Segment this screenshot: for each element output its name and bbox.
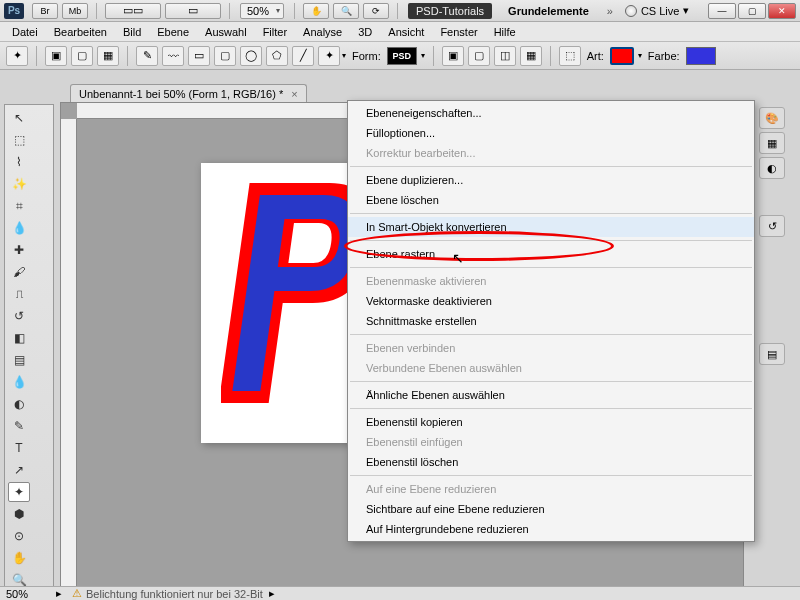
menu-ansicht[interactable]: Ansicht — [380, 23, 432, 41]
combine-subtract-icon[interactable]: ▢ — [468, 46, 490, 66]
color-swatch[interactable] — [686, 47, 716, 65]
combine-intersect-icon[interactable]: ◫ — [494, 46, 516, 66]
custom-shape-icon[interactable]: ✦ — [318, 46, 340, 66]
close-tab-icon[interactable]: × — [291, 88, 297, 100]
menu-ebeneneigenschaften[interactable]: Ebeneneigenschaften... — [348, 103, 754, 123]
cs-live-button[interactable]: CS Live▾ — [625, 4, 690, 17]
menu-auswahl[interactable]: Auswahl — [197, 23, 255, 41]
menu-auf-ebene-reduzieren: Auf eine Ebene reduzieren — [348, 479, 754, 499]
ellipse-icon[interactable]: ◯ — [240, 46, 262, 66]
minibridge-button[interactable]: Mb — [62, 3, 88, 19]
screen-mode-icon[interactable]: ▭ — [165, 3, 221, 19]
eyedropper-tool[interactable]: 💧 — [8, 218, 30, 238]
history-panel-icon[interactable]: ↺ — [759, 215, 785, 237]
hand-tool[interactable]: ✋ — [8, 548, 30, 568]
menu-filter[interactable]: Filter — [255, 23, 295, 41]
lasso-tool[interactable]: ⌇ — [8, 152, 30, 172]
dodge-tool[interactable]: ◐ — [8, 394, 30, 414]
menu-hintergrund-reduzieren[interactable]: Auf Hintergrundebene reduzieren — [348, 519, 754, 539]
ruler-vertical[interactable] — [61, 119, 77, 599]
blur-tool[interactable]: 💧 — [8, 372, 30, 392]
3d-tool[interactable]: ⬢ — [8, 504, 30, 524]
photoshop-icon[interactable]: Ps — [4, 3, 24, 19]
freeform-pen-icon[interactable]: 〰 — [162, 46, 184, 66]
view-arrange-icon[interactable]: ▭▭ — [105, 3, 161, 19]
status-chevron-icon[interactable]: ▸ — [269, 587, 275, 600]
style-icon[interactable]: ⬚ — [559, 46, 581, 66]
wand-tool[interactable]: ✨ — [8, 174, 30, 194]
statusbar: 50% ▸ Belichtung funktioniert nur bei 32… — [0, 586, 800, 600]
rotate-view-icon[interactable]: ⟳ — [363, 3, 389, 19]
menu-ebene-duplizieren[interactable]: Ebene duplizieren... — [348, 170, 754, 190]
menu-ebene-rastern[interactable]: Ebene rastern — [348, 244, 754, 264]
status-zoom[interactable]: 50% — [6, 588, 56, 600]
style-swatch[interactable] — [610, 47, 634, 65]
healing-tool[interactable]: ✚ — [8, 240, 30, 260]
hand-tool-icon[interactable]: ✋ — [303, 3, 329, 19]
menu-3d[interactable]: 3D — [350, 23, 380, 41]
marquee-tool[interactable]: ⬚ — [8, 130, 30, 150]
menu-smart-objekt-konvertieren[interactable]: In Smart-Objekt konvertieren — [348, 217, 754, 237]
polygon-icon[interactable]: ⬠ — [266, 46, 288, 66]
combine-exclude-icon[interactable]: ▦ — [520, 46, 542, 66]
minimize-button[interactable]: — — [708, 3, 736, 19]
custom-shape-tool-icon[interactable]: ✦ — [6, 46, 28, 66]
zoom-tool-icon[interactable]: 🔍 — [333, 3, 359, 19]
gradient-tool[interactable]: ▤ — [8, 350, 30, 370]
brush-tool[interactable]: 🖌 — [8, 262, 30, 282]
line-icon[interactable]: ╱ — [292, 46, 314, 66]
move-tool[interactable]: ↖ — [8, 108, 30, 128]
shape-tool[interactable]: ✦ — [8, 482, 30, 502]
chevron-right-icon[interactable]: » — [607, 5, 613, 17]
rectangle-icon[interactable]: ▭ — [188, 46, 210, 66]
adjustments-panel-icon[interactable]: ◐ — [759, 157, 785, 179]
menu-aehnliche-auswaehlen[interactable]: Ähnliche Ebenen auswählen — [348, 385, 754, 405]
form-label: Form: — [352, 50, 381, 62]
workspace-psd-tutorials[interactable]: PSD-Tutorials — [408, 3, 492, 19]
status-chevron-icon[interactable]: ▸ — [56, 587, 62, 600]
toolbox: ↖ ⬚ ⌇ ✨ ⌗ 💧 ✚ 🖌 ⎍ ↺ ◧ ▤ 💧 ◐ ✎ T ↗ ✦ ⬢ ⊙ … — [4, 104, 54, 600]
workspace-grundelemente[interactable]: Grundelemente — [500, 3, 597, 19]
layer-context-menu: Ebeneneigenschaften... Fülloptionen... K… — [347, 100, 755, 542]
menu-ebene-loeschen[interactable]: Ebene löschen — [348, 190, 754, 210]
pen-icon[interactable]: ✎ — [136, 46, 158, 66]
fill-pixels-icon[interactable]: ▦ — [97, 46, 119, 66]
menu-ebene[interactable]: Ebene — [149, 23, 197, 41]
maximize-button[interactable]: ▢ — [738, 3, 766, 19]
swatches-panel-icon[interactable]: ▦ — [759, 132, 785, 154]
menu-analyse[interactable]: Analyse — [295, 23, 350, 41]
color-panel-icon[interactable]: 🎨 — [759, 107, 785, 129]
close-button[interactable]: ✕ — [768, 3, 796, 19]
history-brush-tool[interactable]: ↺ — [8, 306, 30, 326]
farbe-label: Farbe: — [648, 50, 680, 62]
shape-preset[interactable]: PSD — [387, 47, 417, 65]
3d-camera-tool[interactable]: ⊙ — [8, 526, 30, 546]
menu-hilfe[interactable]: Hilfe — [486, 23, 524, 41]
stamp-tool[interactable]: ⎍ — [8, 284, 30, 304]
bridge-button[interactable]: Br — [32, 3, 58, 19]
combine-add-icon[interactable]: ▣ — [442, 46, 464, 66]
document-tab[interactable]: Unbenannt-1 bei 50% (Form 1, RGB/16) * × — [70, 84, 307, 102]
type-tool[interactable]: T — [8, 438, 30, 458]
layers-panel-icon[interactable]: ▤ — [759, 343, 785, 365]
menu-vektormaske-deaktivieren[interactable]: Vektormaske deaktivieren — [348, 291, 754, 311]
menu-bild[interactable]: Bild — [115, 23, 149, 41]
crop-tool[interactable]: ⌗ — [8, 196, 30, 216]
shape-layers-icon[interactable]: ▣ — [45, 46, 67, 66]
menu-fenster[interactable]: Fenster — [432, 23, 485, 41]
rounded-rect-icon[interactable]: ▢ — [214, 46, 236, 66]
paths-icon[interactable]: ▢ — [71, 46, 93, 66]
menu-bearbeiten[interactable]: Bearbeiten — [46, 23, 115, 41]
menu-schnittmaske[interactable]: Schnittmaske erstellen — [348, 311, 754, 331]
status-message: Belichtung funktioniert nur bei 32-Bit — [72, 587, 263, 600]
zoom-dropdown[interactable]: 50% — [240, 3, 284, 19]
path-select-tool[interactable]: ↗ — [8, 460, 30, 480]
document-title: Unbenannt-1 bei 50% (Form 1, RGB/16) * — [79, 88, 283, 100]
eraser-tool[interactable]: ◧ — [8, 328, 30, 348]
menu-fuelloptionen[interactable]: Fülloptionen... — [348, 123, 754, 143]
menu-ebenenstil-kopieren[interactable]: Ebenenstil kopieren — [348, 412, 754, 432]
menu-ebenenstil-loeschen[interactable]: Ebenenstil löschen — [348, 452, 754, 472]
menu-datei[interactable]: Datei — [4, 23, 46, 41]
pen-tool[interactable]: ✎ — [8, 416, 30, 436]
menu-sichtbare-reduzieren[interactable]: Sichtbare auf eine Ebene reduzieren — [348, 499, 754, 519]
